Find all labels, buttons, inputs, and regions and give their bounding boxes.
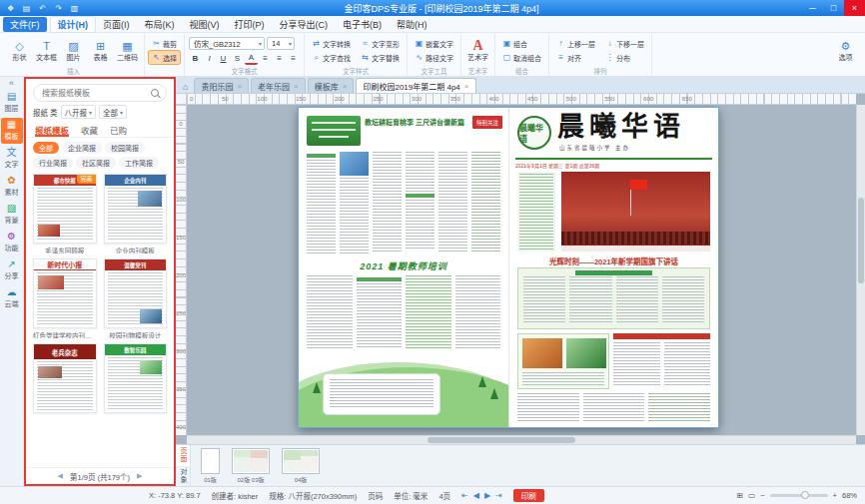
notice-box[interactable] bbox=[323, 373, 440, 415]
scrollbar-thumb[interactable] bbox=[858, 198, 864, 283]
canvas-view[interactable]: 教坛耕耘育桃李 三尺讲台谱新篇 特别关注 2021 暑期教师培训 bbox=[187, 105, 856, 435]
tab-newspaper-templates[interactable]: 报纸模板 bbox=[35, 124, 69, 137]
special-focus-tag[interactable]: 特别关注 bbox=[472, 116, 502, 129]
text-warp-button[interactable]: ≈ 文字变形 bbox=[358, 37, 403, 50]
home-tab-icon[interactable]: ⌂ bbox=[179, 82, 192, 93]
vertical-scrollbar[interactable] bbox=[856, 105, 865, 435]
search-box[interactable] bbox=[33, 84, 167, 102]
collapse-panel-icon[interactable]: « bbox=[9, 78, 14, 88]
front-headline[interactable]: 光辉时刻——2021年新学期国旗下讲话 bbox=[517, 255, 710, 266]
photo-group-box[interactable] bbox=[517, 333, 609, 389]
group-button[interactable]: ▣ 组合 bbox=[499, 37, 544, 50]
last-page-icon[interactable]: ⇥ bbox=[495, 491, 502, 500]
left-masthead-block[interactable] bbox=[307, 116, 361, 146]
strikethrough-button[interactable]: S bbox=[231, 52, 244, 65]
rail-item-text[interactable]: 文 文字 bbox=[1, 146, 23, 172]
menu-layout[interactable]: 布局(K) bbox=[138, 17, 182, 32]
close-tab-icon[interactable]: × bbox=[294, 82, 299, 91]
align-right-button[interactable]: ≡ bbox=[287, 52, 300, 65]
align-center-button[interactable]: ≡ bbox=[273, 52, 286, 65]
tab-objects[interactable]: 对象 bbox=[176, 466, 190, 487]
rail-item-cloud[interactable]: ☁ 云端 bbox=[1, 285, 23, 311]
font-size-combo[interactable]: 14 ▾ bbox=[267, 37, 295, 50]
font-color-button[interactable]: A bbox=[245, 52, 258, 65]
template-card[interactable]: 温馨党刊 校园刊物模板设计 bbox=[104, 258, 168, 338]
scrollbar-thumb[interactable] bbox=[428, 437, 574, 443]
template-card[interactable]: 新时代小报 红色党建学校内刊模板 bbox=[33, 258, 97, 338]
italic-button[interactable]: I bbox=[203, 52, 216, 65]
masthead-title[interactable]: 晨曦华语 bbox=[557, 112, 685, 142]
menu-file[interactable]: 文件(F) bbox=[3, 17, 47, 32]
canvas[interactable]: 0 50 100 150 200 250 300 350 400 450 500… bbox=[176, 94, 865, 444]
close-button[interactable]: × bbox=[844, 0, 865, 16]
zoom-out-icon[interactable]: − bbox=[760, 491, 764, 500]
template-card[interactable]: 完美 都市快报 毛泽东回顾报 bbox=[33, 174, 97, 253]
chip-campus[interactable]: 校园简报 bbox=[105, 142, 145, 154]
bold-button[interactable]: B bbox=[189, 52, 202, 65]
page-thumbnail-item[interactable]: 01版 bbox=[201, 448, 220, 484]
close-tab-icon[interactable]: × bbox=[464, 82, 469, 91]
mid-banner-title[interactable]: 2021 暑期教师培训 bbox=[299, 259, 508, 272]
doc-tab[interactable]: 模板库 × bbox=[308, 78, 355, 93]
print-order-button[interactable]: 印刷 bbox=[513, 489, 544, 502]
insert-table-button[interactable]: ⊞ 表格 bbox=[88, 39, 113, 63]
redo-icon[interactable]: ↷ bbox=[52, 4, 65, 13]
text-replace-button[interactable]: ⇆ 文字替换 bbox=[358, 51, 403, 64]
rail-item-background[interactable]: ▨ 背景 bbox=[1, 202, 23, 228]
menu-help[interactable]: 帮助(H) bbox=[390, 17, 434, 32]
insert-qrcode-button[interactable]: ▦ 二维码 bbox=[115, 39, 140, 63]
paper-type-dropdown[interactable]: 八开报 ▾ bbox=[61, 105, 97, 119]
chip-all[interactable]: 全部 bbox=[33, 142, 59, 154]
text-columns-bottom[interactable] bbox=[307, 275, 500, 353]
fit-page-icon[interactable]: ▭ bbox=[748, 491, 755, 500]
page-spread[interactable]: 教坛耕耘育桃李 三尺讲台谱新篇 特别关注 2021 暑期教师培训 bbox=[299, 108, 718, 427]
insert-image-button[interactable]: ▨ 图片 bbox=[61, 39, 86, 63]
menu-print[interactable]: 打印(P) bbox=[228, 17, 272, 32]
prev-page-icon[interactable]: ◀ bbox=[473, 491, 479, 500]
page-right-01[interactable]: 晨曦华语 晨曦华语 山东省晨曦小学 主办 2021年9月1日 星期三 第1期 总… bbox=[508, 108, 718, 427]
underline-button[interactable]: U bbox=[217, 52, 230, 65]
ungroup-button[interactable]: ▢ 取消组合 bbox=[499, 51, 544, 64]
horizontal-scrollbar[interactable] bbox=[187, 435, 856, 444]
crop-button[interactable]: ✂ 裁剪 bbox=[149, 37, 180, 50]
save-icon[interactable]: ▤ bbox=[20, 4, 33, 13]
front-left-column[interactable] bbox=[517, 172, 555, 252]
rail-item-templates[interactable]: ▦ 模板 bbox=[1, 118, 23, 144]
menu-view[interactable]: 视图(V) bbox=[183, 17, 227, 32]
align-objects-button[interactable]: ≡ 对齐 bbox=[553, 51, 598, 64]
undo-icon[interactable]: ↶ bbox=[36, 4, 49, 13]
insert-textbox-button[interactable]: T 文本框 bbox=[34, 39, 59, 63]
wordart-button[interactable]: A 艺术字 bbox=[465, 39, 490, 63]
first-page-icon[interactable]: ⇤ bbox=[461, 491, 468, 500]
menu-design[interactable]: 设计(H) bbox=[51, 17, 96, 32]
zoom-slider[interactable] bbox=[770, 494, 828, 497]
search-icon[interactable] bbox=[151, 89, 160, 98]
options-button[interactable]: ⚙ 选项 bbox=[833, 39, 858, 63]
chip-work-report[interactable]: 工作简报 bbox=[119, 157, 159, 169]
page-left-04[interactable]: 教坛耕耘育桃李 三尺讲台谱新篇 特别关注 2021 暑期教师培训 bbox=[299, 108, 508, 427]
text-convert-button[interactable]: ⇄ 文字转换 bbox=[309, 37, 354, 50]
layer-down-button[interactable]: ↓ 下移一层 bbox=[602, 37, 647, 50]
minimize-button[interactable]: ─ bbox=[802, 0, 823, 16]
grid-view-icon[interactable]: ⊞ bbox=[737, 491, 743, 500]
next-page-icon[interactable]: ▶ bbox=[484, 491, 490, 500]
hills-illustration[interactable] bbox=[299, 357, 508, 427]
bottom-text-strip[interactable] bbox=[517, 393, 710, 421]
tab-favorites[interactable]: 收藏 bbox=[81, 124, 98, 137]
close-tab-icon[interactable]: × bbox=[343, 82, 348, 91]
chip-enterprise[interactable]: 企业简报 bbox=[62, 142, 102, 154]
template-card[interactable]: 老兵杂志 bbox=[33, 343, 97, 423]
tab-pages[interactable]: 页面 bbox=[176, 445, 190, 466]
menu-ebook[interactable]: 电子书(B) bbox=[336, 17, 389, 32]
rail-item-share[interactable]: ↗ 分享 bbox=[1, 257, 23, 283]
newspaper-logo[interactable]: 晨曦华语 bbox=[517, 116, 551, 150]
menu-share-export[interactable]: 分享导出(C) bbox=[273, 17, 336, 32]
page-thumbnail-item[interactable]: 04版 bbox=[282, 448, 320, 484]
menu-page[interactable]: 页面(I) bbox=[96, 17, 137, 32]
front-photo[interactable] bbox=[561, 172, 710, 252]
select-button[interactable]: ↖ 选择 bbox=[149, 51, 180, 64]
print-icon[interactable]: ▥ bbox=[68, 4, 81, 13]
nested-text-button[interactable]: ▣ 嵌套文字 bbox=[412, 37, 456, 50]
search-input[interactable] bbox=[40, 88, 147, 99]
layer-up-button[interactable]: ↑ 上移一层 bbox=[553, 37, 598, 50]
